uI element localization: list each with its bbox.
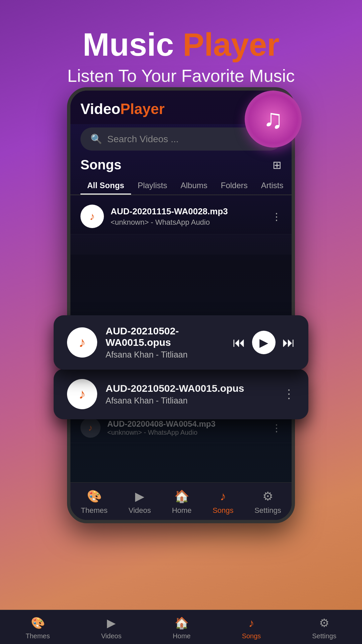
tab-folders[interactable]: Folders [214, 177, 254, 195]
logo-video: Video [80, 101, 120, 117]
player-controls: ⏮ ▶ ⏭ [233, 331, 295, 354]
now-playing-card[interactable]: ♪ AUD-20210502-WA0015.opus Afsana Khan -… [54, 315, 308, 370]
play-icon: ▶ [259, 336, 268, 349]
nav2-item-home[interactable]: 🏠 Home [173, 616, 190, 640]
play-pause-button[interactable]: ▶ [252, 331, 276, 354]
nav-label-songs: Songs [213, 506, 233, 515]
song-popup-card[interactable]: ♪ AUD-20210502-WA0015.opus Afsana Khan -… [54, 369, 308, 419]
prev-button[interactable]: ⏮ [233, 335, 245, 350]
title-player: Player [183, 26, 279, 62]
more-options-btn-4[interactable]: ⋮ [272, 422, 282, 434]
videos-icon: ▶ [135, 489, 144, 503]
song-note-icon-4: ♪ [88, 423, 93, 433]
song-name-4: AUD-20200408-WA0054.mp3 [107, 419, 265, 429]
themes-icon: 🎨 [87, 489, 102, 503]
main-title: Music Player [13, 27, 349, 62]
nav2-label-settings: Settings [312, 632, 336, 640]
header-subtitle: Listen To Your Favorite Music [13, 66, 349, 86]
nav2-item-settings[interactable]: ⚙ Settings [312, 616, 336, 640]
search-icon: 🔍 [90, 133, 102, 145]
nav-label-themes: Themes [81, 506, 107, 515]
title-music: Music [83, 26, 174, 62]
bottom-nav-secondary: 🎨 Themes ▶ Videos 🏠 Home ♪ Songs ⚙ Setti… [0, 610, 362, 644]
now-playing-avatar: ♪ [67, 327, 97, 358]
nav2-home-icon: 🏠 [175, 616, 189, 630]
song-item-first[interactable]: ♪ AUD-20201115-WA0028.mp3 <unknown> - Wh… [70, 199, 292, 234]
nav2-videos-icon: ▶ [107, 616, 116, 630]
search-placeholder-text: Search Videos ... [107, 134, 179, 145]
song-name-1: AUD-20201115-WA0028.mp3 [111, 206, 265, 217]
next-button[interactable]: ⏭ [282, 335, 295, 350]
nav-item-home[interactable]: 🏠 Home [172, 489, 192, 515]
settings-icon: ⚙ [262, 489, 273, 503]
sort-icon[interactable]: ⊞ [273, 159, 282, 171]
nav2-item-themes[interactable]: 🎨 Themes [25, 616, 50, 640]
bottom-nav: 🎨 Themes ▶ Videos 🏠 Home ♪ Songs ⚙ S [70, 482, 292, 520]
home-icon: 🏠 [174, 489, 189, 503]
now-playing-note-icon: ♪ [79, 334, 86, 351]
now-playing-info: AUD-20210502-WA0015.opus Afsana Khan - T… [106, 325, 224, 360]
songs-tabs: All Songs Playlists Albums Folders Artis… [70, 177, 292, 195]
phone-mockup: VideoPlayer 🔍 Search Videos ... Songs ⊞ … [67, 87, 295, 523]
now-playing-artist: Afsana Khan - Titliaan [106, 350, 224, 360]
music-bubble[interactable]: ♫ [245, 91, 302, 148]
tab-albums[interactable]: Albums [174, 177, 214, 195]
nav2-item-videos[interactable]: ▶ Videos [101, 616, 122, 640]
nav2-settings-icon: ⚙ [319, 616, 329, 630]
nav2-songs-icon: ♪ [248, 616, 254, 630]
song-popup-more-btn[interactable]: ⋮ [283, 387, 295, 401]
song-popup-info: AUD-20210502-WA0015.opus Afsana Khan - T… [106, 383, 275, 406]
logo-player: Player [120, 101, 165, 117]
song-info-1: AUD-20201115-WA0028.mp3 <unknown> - What… [111, 206, 265, 227]
songs-header: Songs ⊞ [70, 157, 292, 177]
songs-icon: ♪ [220, 489, 226, 503]
nav-label-videos: Videos [128, 506, 151, 515]
nav2-item-songs[interactable]: ♪ Songs [242, 616, 261, 640]
nav2-label-home: Home [173, 632, 190, 640]
nav2-label-songs: Songs [242, 632, 261, 640]
nav-label-home: Home [172, 506, 192, 515]
song-popup-title: AUD-20210502-WA0015.opus [106, 383, 275, 394]
song-artist-4: <unknown> - WhatsApp Audio [107, 429, 265, 436]
app-header: Music Player Listen To Your Favorite Mus… [0, 0, 362, 99]
nav-item-songs[interactable]: ♪ Songs [213, 489, 233, 515]
song-popup-artist: Afsana Khan - Titliaan [106, 396, 275, 406]
song-popup-avatar: ♪ [67, 379, 97, 409]
song-avatar-4: ♪ [80, 418, 101, 438]
nav-item-settings[interactable]: ⚙ Settings [254, 489, 281, 515]
nav2-label-themes: Themes [25, 632, 50, 640]
nav-item-themes[interactable]: 🎨 Themes [81, 489, 107, 515]
tab-playlists[interactable]: Playlists [131, 177, 174, 195]
tab-artists[interactable]: Artists [254, 177, 290, 195]
nav2-themes-icon: 🎨 [31, 616, 45, 630]
song-popup-note-icon: ♪ [79, 386, 86, 402]
now-playing-title: AUD-20210502-WA0015.opus [106, 325, 224, 348]
song-avatar-1: ♪ [80, 205, 104, 228]
nav2-label-videos: Videos [101, 632, 122, 640]
app-content: VideoPlayer 🔍 Search Videos ... Songs ⊞ … [70, 91, 292, 520]
songs-section-title: Songs [80, 157, 121, 172]
nav-label-settings: Settings [254, 506, 281, 515]
song-artist-1: <unknown> - WhatsApp Audio [111, 218, 265, 227]
music-note-icon: ♫ [263, 104, 283, 135]
phone-container: ♫ VideoPlayer 🔍 Search Videos ... Songs … [67, 87, 295, 557]
nav-item-videos[interactable]: ▶ Videos [128, 489, 151, 515]
song-info-4: AUD-20200408-WA0054.mp3 <unknown> - What… [107, 419, 265, 436]
song-note-icon-1: ♪ [89, 210, 95, 223]
more-options-btn-1[interactable]: ⋮ [272, 211, 282, 222]
tab-all-songs[interactable]: All Songs [80, 177, 131, 195]
